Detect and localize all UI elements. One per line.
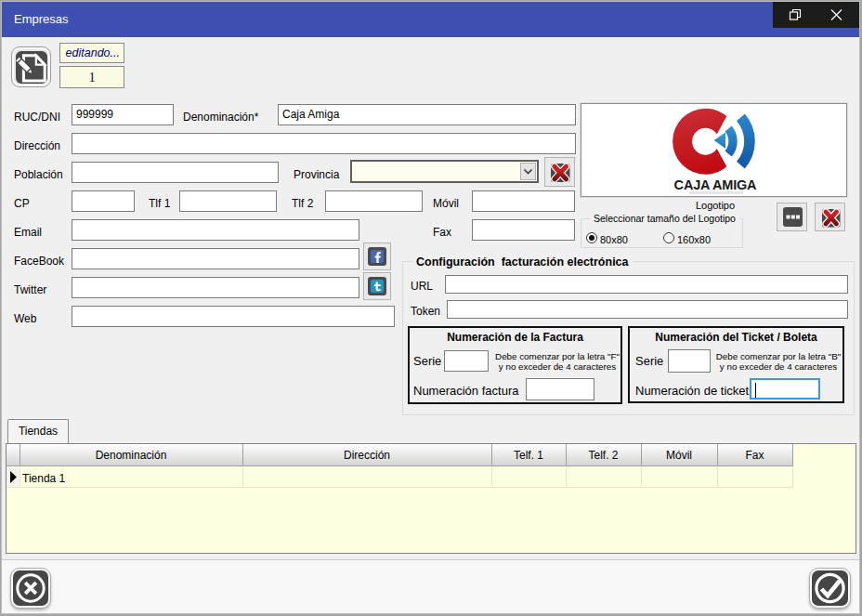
svg-text:CAJA AMIGA: CAJA AMIGA xyxy=(674,177,757,192)
